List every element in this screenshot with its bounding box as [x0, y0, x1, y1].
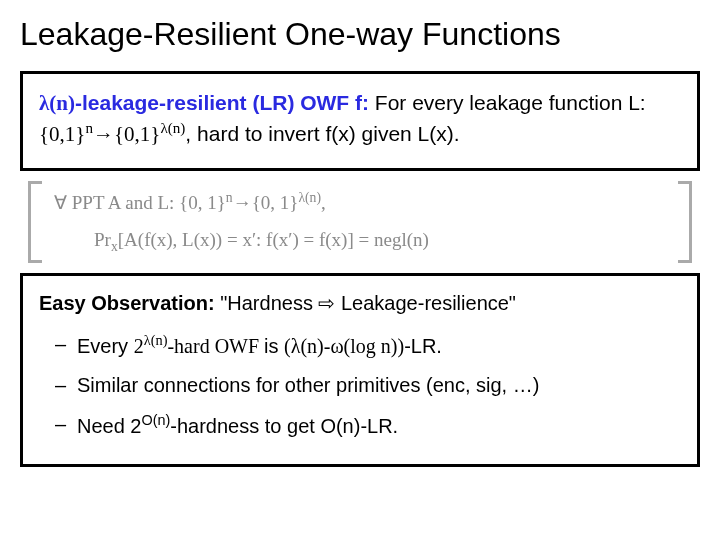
- formal-def: ∀ PPT A and L: {0, 1}n→{0, 1}λ(n), Prx[A…: [46, 181, 674, 263]
- b3-sup: O(n): [142, 412, 171, 428]
- def-text-a: For every leakage function L:: [369, 91, 646, 114]
- b1-hard: -hard OWF: [167, 335, 264, 357]
- b1-every: Every: [77, 335, 134, 357]
- def-text-b: , hard to invert f(x) given L(x).: [185, 122, 459, 145]
- formal-def-row: ∀ PPT A and L: {0, 1}n→{0, 1}λ(n), Prx[A…: [20, 181, 700, 263]
- definition-box: λ(n)-leakage-resilient (LR) OWF f: For e…: [20, 71, 700, 171]
- math-l2b: [A(f(x), L(x)) = x′: f(x′) = f(x)] = neg…: [118, 229, 429, 250]
- bracket-right-icon: [674, 181, 700, 263]
- obs-bullet-3: – Need 2O(n)-hardness to get O(n)-LR.: [55, 409, 681, 442]
- def-dom2: {0,1}: [114, 122, 160, 146]
- def-n1: n: [85, 120, 93, 136]
- slide-title: Leakage-Resilient One-way Functions: [20, 16, 700, 53]
- b3-a: Need 2: [77, 415, 142, 437]
- math-l1-n1: n: [226, 190, 233, 205]
- obs-head-bold: Easy Observation:: [39, 292, 215, 314]
- def-lambda: λ(n): [39, 91, 75, 115]
- math-l1a: ∀ PPT A and L: {0, 1}: [54, 192, 226, 213]
- bracket-left-icon: [20, 181, 46, 263]
- b1-2sup: λ(n): [144, 332, 168, 348]
- math-pr-sub: x: [111, 238, 118, 253]
- b1-2: 2: [134, 335, 144, 357]
- def-lam: λ(n): [160, 120, 185, 136]
- b1-is: is: [264, 335, 284, 357]
- math-pr: Pr: [94, 229, 111, 250]
- def-dom1: {0,1}: [39, 122, 85, 146]
- def-arrow: →: [93, 122, 114, 146]
- b1-lr: -LR.: [404, 335, 442, 357]
- obs-head-rest: "Hardness ⇨ Leakage-resilience": [215, 292, 516, 314]
- obs-bullet-1: – Every 2λ(n)-hard OWF is (λ(n)-ω(log n)…: [55, 329, 681, 362]
- obs-bullet-2: – Similar connections for other primitiv…: [55, 370, 681, 401]
- math-l1c: ,: [321, 192, 326, 213]
- b2-text: Similar connections for other primitives…: [77, 370, 539, 401]
- def-lr-owf: -leakage-resilient (LR) OWF f:: [75, 91, 369, 114]
- b1-paren: (λ(n)-ω(log n)): [284, 335, 404, 357]
- b3-b: -hardness to get O(n)-LR.: [170, 415, 398, 437]
- observation-box: Easy Observation: "Hardness ⇨ Leakage-re…: [20, 273, 700, 466]
- math-l1-lam: λ(n): [298, 190, 321, 205]
- math-l1b: →{0, 1}: [233, 192, 299, 213]
